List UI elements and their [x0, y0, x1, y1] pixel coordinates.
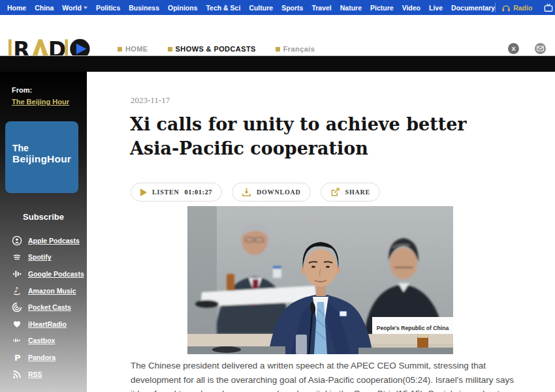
topnav-item-opinions[interactable]: Opinions: [168, 4, 198, 12]
subscribe-item-amazon-music[interactable]: ♪ Amazon Music: [12, 282, 84, 299]
subscribe-item-pocket-casts[interactable]: Pocket Casts: [12, 299, 84, 316]
topnav-item-travel[interactable]: Travel: [311, 4, 331, 12]
apple-podcasts-icon: [12, 235, 22, 246]
spotify-icon: [12, 252, 22, 262]
mail-icon: [537, 45, 544, 52]
topnav-label: Documentary: [451, 4, 495, 12]
topnav-label: Live: [429, 4, 443, 12]
subscribe-item-label: iHeartRadio: [28, 320, 67, 328]
topnav-item-tech-sci[interactable]: Tech & Sci: [206, 4, 240, 12]
article-date: 2023-11-17: [131, 95, 170, 106]
topnav-label: Culture: [249, 4, 273, 12]
from-label: From:: [12, 86, 32, 94]
svg-text:♪: ♪: [14, 286, 19, 294]
sidebar: From: The Beijing Hour The BeijingHour S…: [0, 72, 87, 392]
topnav-label: Travel: [311, 4, 331, 12]
pandora-icon: P: [12, 352, 22, 363]
download-label: DOWNLOAD: [257, 188, 301, 196]
iheartradio-icon: [12, 319, 22, 329]
black-band: [0, 55, 555, 72]
main-content: 2023-11-17 Xi calls for unity to achieve…: [87, 72, 555, 392]
topnav-item-picture[interactable]: Picture: [370, 4, 394, 12]
show-link-beijing-hour[interactable]: The Beijing Hour: [12, 98, 69, 106]
subscribe-item-label: Pocket Casts: [28, 303, 71, 311]
radio-link[interactable]: Radio: [496, 0, 538, 15]
topnav-label: Sports: [281, 4, 303, 12]
topnav-label: World: [62, 4, 82, 12]
x-logo-icon: X: [511, 46, 515, 52]
x-twitter-button[interactable]: X: [508, 43, 519, 54]
google-podcasts-icon: [12, 269, 22, 279]
subscribe-title: Subscribe: [0, 212, 87, 222]
subscribe-item-label: RSS: [28, 370, 42, 378]
site-header: R D HOME SHOWS & PODCASTS Français: [0, 15, 555, 55]
header-nav-francais[interactable]: Français: [276, 45, 315, 53]
topnav-item-documentary[interactable]: Documentary: [451, 4, 495, 12]
subscribe-item-google-podcasts[interactable]: Google Podcasts: [12, 265, 84, 282]
beijing-hour-logo[interactable]: The BeijingHour: [5, 121, 78, 193]
bullet-icon: [168, 47, 172, 52]
subscribe-item-pandora[interactable]: P Pandora: [12, 349, 84, 366]
topbar-right: Radio TV: [495, 0, 555, 15]
headphones-icon: [501, 3, 511, 12]
topnav-item-china[interactable]: China: [35, 4, 54, 12]
tv-link[interactable]: TV: [538, 0, 555, 15]
subscribe-item-iheartradio[interactable]: iHeartRadio: [12, 316, 84, 333]
topnav-item-video[interactable]: Video: [402, 4, 420, 12]
topnav-label: Opinions: [168, 4, 198, 12]
share-button[interactable]: SHARE: [321, 183, 380, 202]
topnav-label: Picture: [370, 4, 394, 12]
beijing-hour-logo-line1: The: [12, 143, 78, 153]
topnav-item-home[interactable]: Home: [7, 4, 26, 12]
topnav-label: Tech & Sci: [206, 4, 240, 12]
subscribe-item-castbox[interactable]: Castbox: [12, 333, 84, 350]
header-nav-home[interactable]: HOME: [118, 45, 148, 53]
amazon-music-icon: ♪: [12, 286, 22, 296]
listen-label: LISTEN: [152, 188, 180, 196]
article-body: The Chinese president delivered a writte…: [131, 359, 518, 392]
subscribe-item-label: Apple Podcasts: [28, 237, 80, 245]
header-nav-shows-podcasts[interactable]: SHOWS & PODCASTS: [168, 45, 256, 53]
topnav-item-world[interactable]: World: [62, 4, 87, 12]
share-label: SHARE: [345, 188, 370, 196]
article-title: Xi calls for unity to achieve better Asi…: [130, 112, 509, 160]
castbox-icon: [12, 335, 22, 346]
topnav-item-sports[interactable]: Sports: [281, 4, 303, 12]
download-button[interactable]: DOWNLOAD: [232, 183, 311, 202]
share-icon: [330, 187, 340, 197]
header-nav-francais-label: Français: [283, 45, 315, 53]
subscribe-item-label: Google Podcasts: [28, 270, 84, 278]
placard-text: People's Republic of China: [377, 325, 449, 331]
subscribe-item-spotify[interactable]: Spotify: [12, 249, 84, 266]
radio-label: Radio: [513, 4, 532, 12]
topnav-label: China: [35, 4, 54, 12]
subscribe-item-label: Amazon Music: [28, 287, 76, 295]
play-icon: [140, 188, 147, 196]
topnav-label: Home: [7, 4, 26, 12]
listen-duration: 01:01:27: [185, 188, 213, 196]
listen-button[interactable]: LISTEN 01:01:27: [131, 183, 222, 202]
chevron-down-icon: [84, 7, 87, 9]
topnav-item-politics[interactable]: Politics: [96, 4, 120, 12]
topnav-label: Politics: [96, 4, 120, 12]
top-nav: Home China World Politics Business Opini…: [0, 4, 495, 12]
topnav-item-culture[interactable]: Culture: [249, 4, 273, 12]
subscribe-item-apple-podcasts[interactable]: Apple Podcasts: [12, 232, 84, 249]
subscribe-item-rss[interactable]: RSS: [12, 366, 84, 383]
topnav-item-live[interactable]: Live: [429, 4, 443, 12]
email-button[interactable]: [535, 43, 546, 54]
bullet-icon: [118, 47, 122, 52]
header-nav-home-label: HOME: [125, 45, 148, 53]
article-photo: People's Republic of China: [187, 206, 453, 354]
topnav-item-business[interactable]: Business: [129, 4, 159, 12]
download-icon: [242, 187, 251, 197]
header-nav-shows-label: SHOWS & PODCASTS: [176, 45, 256, 53]
subscribe-item-label: Pandora: [28, 354, 56, 361]
svg-text:P: P: [14, 352, 21, 362]
top-nav-bar: Home China World Politics Business Opini…: [0, 0, 555, 15]
tv-icon: [544, 3, 553, 12]
page: Home China World Politics Business Opini…: [0, 0, 555, 392]
action-buttons: LISTEN 01:01:27 DOWNLOAD SHARE: [131, 183, 380, 202]
topnav-label: Video: [402, 4, 420, 12]
topnav-item-nature[interactable]: Nature: [340, 4, 362, 12]
